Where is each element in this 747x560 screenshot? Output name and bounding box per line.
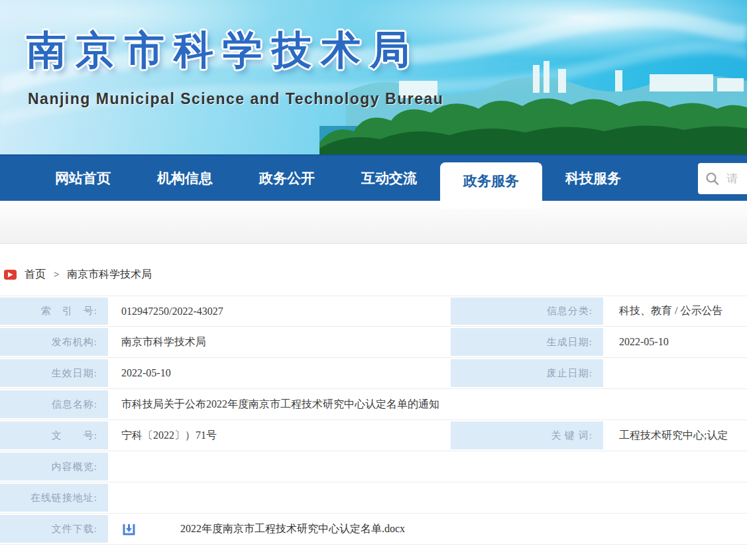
- download-file-link[interactable]: 2022年度南京市工程技术研究中心认定名单.docx: [180, 522, 405, 536]
- info-name-label: 信息名称:: [0, 389, 109, 420]
- publisher-value: 南京市科学技术局: [109, 327, 449, 357]
- info-category-label: 信息分类:: [449, 296, 604, 326]
- site-title: 南京市科学技术局: [27, 24, 419, 78]
- main-navigation: 网站首页 机构信息 政务公开 互动交流 政务服务 科技服务: [0, 154, 747, 201]
- keywords-label: 关 键 词:: [449, 420, 604, 451]
- info-category-value: 科技、教育 / 公示公告: [604, 296, 747, 326]
- site-subtitle-english: Nanjing Municipal Science and Technology…: [28, 90, 443, 108]
- breadcrumb-marker-icon: [4, 270, 17, 280]
- doc-number-label: 文 号:: [0, 420, 109, 451]
- effective-date-value: 2022-05-10: [109, 358, 449, 388]
- nav-item-tech-services[interactable]: 科技服务: [542, 156, 644, 201]
- online-link-value: [109, 482, 747, 513]
- content-overview-label: 内容概览:: [0, 451, 109, 482]
- breadcrumb-separator: >: [54, 269, 59, 280]
- search-box[interactable]: [698, 163, 747, 194]
- keywords-value: 工程技术研究中心;认定: [604, 420, 747, 451]
- index-number-label: 索 引 号:: [0, 296, 109, 326]
- table-row-online-link: 在线链接地址:: [0, 482, 747, 514]
- nav-item-home[interactable]: 网站首页: [32, 156, 134, 201]
- nav-item-gov-disclosure[interactable]: 政务公开: [236, 156, 338, 201]
- table-row-file-download: 文件下载: 2022年度南京市工程技术研究中心认定名单.docx: [0, 514, 747, 545]
- breadcrumb-current-link[interactable]: 南京市科学技术局: [67, 268, 152, 282]
- download-icon[interactable]: [121, 522, 137, 537]
- nav-subband: [0, 201, 747, 244]
- breadcrumb-home-link[interactable]: 首页: [25, 268, 46, 282]
- document-info-table: 索 引 号: 012947250/2022-43027 信息分类: 科技、教育 …: [0, 296, 747, 545]
- header-banner: 南京市科学技术局 Nanjing Municipal Science and T…: [0, 0, 747, 154]
- nav-item-organization[interactable]: 机构信息: [134, 156, 236, 201]
- file-download-value: 2022年度南京市工程技术研究中心认定名单.docx: [109, 514, 747, 544]
- online-link-label: 在线链接地址:: [0, 482, 109, 513]
- nav-item-gov-services-active[interactable]: 政务服务: [440, 162, 542, 209]
- info-name-value: 市科技局关于公布2022年度南京市工程技术研究中心认定名单的通知: [109, 389, 747, 420]
- nav-item-interaction[interactable]: 互动交流: [338, 156, 440, 201]
- content-overview-value: [109, 451, 747, 482]
- repeal-date-value: [604, 358, 747, 388]
- created-date-value: 2022-05-10: [604, 327, 747, 357]
- table-row-info-name: 信息名称: 市科技局关于公布2022年度南京市工程技术研究中心认定名单的通知: [0, 389, 747, 420]
- breadcrumb: 首页 > 南京市科学技术局: [4, 267, 747, 282]
- doc-number-value: 宁科〔2022〕）71号: [109, 420, 449, 451]
- publisher-label: 发布机构:: [0, 327, 109, 357]
- created-date-label: 生成日期:: [449, 327, 604, 357]
- table-row-index-category: 索 引 号: 012947250/2022-43027 信息分类: 科技、教育 …: [0, 296, 747, 327]
- table-row-overview: 内容概览:: [0, 451, 747, 482]
- table-row-publisher-created: 发布机构: 南京市科学技术局 生成日期: 2022-05-10: [0, 327, 747, 358]
- file-download-label: 文件下载:: [0, 514, 109, 544]
- table-row-docno-keywords: 文 号: 宁科〔2022〕）71号 关 键 词: 工程技术研究中心;认定: [0, 420, 747, 451]
- repeal-date-label: 废止日期:: [449, 358, 604, 388]
- table-row-effective-repeal: 生效日期: 2022-05-10 废止日期:: [0, 358, 747, 389]
- index-number-value: 012947250/2022-43027: [109, 296, 449, 326]
- effective-date-label: 生效日期:: [0, 358, 109, 388]
- search-icon[interactable]: [705, 172, 720, 186]
- search-input[interactable]: [726, 172, 747, 186]
